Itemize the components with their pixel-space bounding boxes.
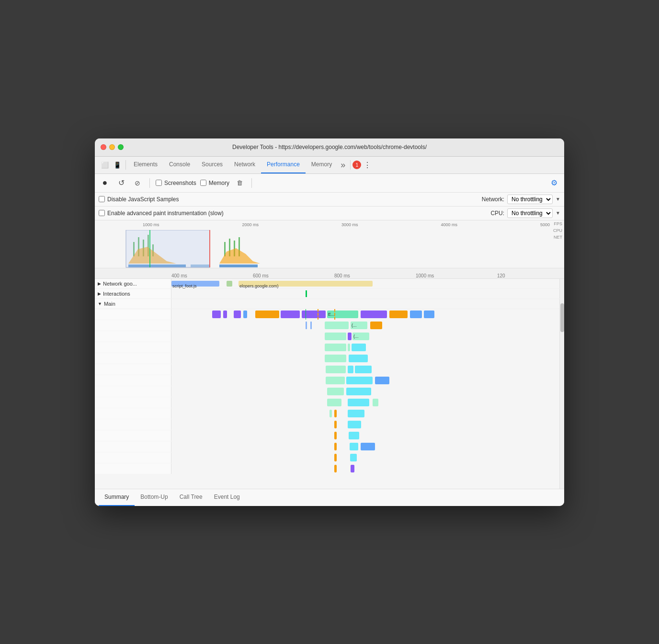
flame-mini-2[interactable]: [310, 322, 312, 329]
delete-button[interactable]: 🗑: [233, 177, 246, 189]
flame-cyan-8[interactable]: [348, 410, 364, 417]
interactions-row-label[interactable]: ▶ Interactions: [95, 289, 171, 299]
enable-paint-checkbox[interactable]: [99, 210, 105, 216]
mark-800: 800 ms: [334, 273, 350, 278]
tab-network[interactable]: Network: [228, 156, 261, 173]
flame-cyan-3[interactable]: [348, 366, 353, 373]
flame-purple-3[interactable]: [348, 333, 352, 340]
mark-400: 400 ms: [171, 273, 187, 278]
flame-green-2[interactable]: [325, 322, 349, 329]
flame-cyan-10[interactable]: [349, 432, 359, 439]
scrollbar-thumb[interactable]: [560, 303, 564, 332]
flame-cyan-6[interactable]: [346, 388, 371, 395]
network-throttle-select[interactable]: No throttling: [507, 195, 553, 204]
flame-green-4[interactable]: [325, 344, 346, 351]
flame-row-9: [95, 397, 559, 408]
flame-purple-last[interactable]: [351, 465, 354, 472]
tab-event-log[interactable]: Event Log: [208, 489, 246, 506]
flame-yellow-3[interactable]: [370, 322, 382, 329]
tab-console[interactable]: Console: [163, 156, 196, 173]
flame-mini-1[interactable]: [306, 322, 307, 329]
flame-yellow-7[interactable]: [334, 443, 337, 450]
flame-row-5: [95, 353, 559, 364]
flame-block-purple-2[interactable]: [223, 310, 227, 318]
flame-yellow-8[interactable]: [334, 454, 337, 461]
tab-summary[interactable]: Summary: [99, 489, 135, 506]
tab-sources[interactable]: Sources: [196, 156, 228, 173]
flame-green-3[interactable]: [325, 333, 346, 340]
enable-paint-toggle[interactable]: Enable advanced paint instrumentation (s…: [99, 210, 224, 217]
flame-cyan-11[interactable]: [350, 443, 358, 450]
screenshots-checkbox[interactable]: [156, 180, 162, 186]
more-options-icon[interactable]: ⋮: [361, 159, 374, 171]
time-label-2000: 2000 ms: [242, 222, 259, 227]
cpu-throttle-select[interactable]: No throttling: [507, 208, 553, 218]
flame-green-7[interactable]: [326, 366, 346, 373]
settings-icon[interactable]: ⚙: [548, 177, 560, 189]
more-tabs-button[interactable]: »: [338, 160, 348, 170]
flame-green-8[interactable]: [326, 377, 345, 384]
memory-checkbox[interactable]: [200, 180, 206, 186]
flame-block-blue-2[interactable]: [410, 310, 422, 318]
disable-js-samples-toggle[interactable]: Disable JavaScript Samples: [99, 196, 179, 203]
network-throttle: Network: No throttling ▼: [482, 195, 560, 204]
flame-green-12[interactable]: [330, 410, 332, 417]
flame-block-purple-1[interactable]: [212, 310, 221, 318]
flame-green-9[interactable]: [327, 388, 344, 395]
flame-green-5[interactable]: [348, 344, 350, 351]
tab-bottom-up[interactable]: Bottom-Up: [135, 489, 173, 506]
scrollbar-track[interactable]: [559, 279, 564, 288]
flame-block-yellow-1[interactable]: [255, 310, 279, 318]
main-section-label[interactable]: ▼ Main: [95, 299, 171, 309]
flame-spacer: [95, 474, 559, 489]
window-title: Developer Tools - https://developers.goo…: [232, 144, 427, 150]
flame-green-10[interactable]: [327, 399, 341, 406]
flame-cyan-5[interactable]: [346, 377, 373, 384]
reload-button[interactable]: ↺: [115, 177, 127, 189]
flame-block-purple-6[interactable]: [361, 310, 387, 318]
flame-block-blue-1[interactable]: [243, 310, 247, 318]
disable-js-samples-checkbox[interactable]: [99, 196, 105, 202]
flame-cyan-2[interactable]: [349, 355, 368, 362]
flame-block-yellow-2[interactable]: [389, 310, 408, 318]
flame-cyan-12[interactable]: [350, 454, 357, 461]
flame-yellow-6[interactable]: [334, 432, 337, 439]
flame-cyan-7[interactable]: [348, 399, 369, 406]
flame-yellow-4[interactable]: [334, 410, 337, 417]
screenshots-toggle[interactable]: Screenshots: [156, 180, 196, 186]
flame-block-blue-3[interactable]: [424, 310, 434, 318]
vertical-scrollbar[interactable]: [559, 299, 564, 489]
flame-green-call-2[interactable]: (...: [352, 333, 369, 340]
flame-blue-5[interactable]: [361, 443, 375, 450]
minimize-button[interactable]: [109, 144, 115, 150]
flame-yellow-5[interactable]: [334, 421, 337, 428]
tab-call-tree[interactable]: Call Tree: [174, 489, 208, 506]
flame-green-call-1[interactable]: (...: [351, 322, 367, 329]
flame-blue-4[interactable]: [375, 377, 389, 384]
flame-cyan-9[interactable]: [348, 421, 361, 428]
network-row-label[interactable]: ▶ Network goo...: [95, 279, 171, 288]
flame-yellow-9[interactable]: [334, 465, 337, 472]
maximize-button[interactable]: [118, 144, 124, 150]
flame-row-11-content: [171, 419, 559, 430]
tab-memory[interactable]: Memory: [306, 156, 338, 173]
flame-green-11[interactable]: [373, 399, 378, 406]
network-expand-icon: ▶: [98, 281, 101, 286]
tab-elements[interactable]: Elements: [128, 156, 163, 173]
flame-row-8: [95, 386, 559, 397]
record-button[interactable]: ●: [99, 177, 111, 189]
flame-block-purple-4[interactable]: [281, 310, 300, 318]
flame-block-purple-3[interactable]: [234, 310, 241, 318]
dashed-orange-1: [318, 309, 318, 320]
flame-green-6[interactable]: [325, 355, 346, 362]
flame-cyan-1[interactable]: [352, 344, 366, 351]
inspect-icon[interactable]: ⬜: [99, 159, 111, 171]
tab-performance[interactable]: Performance: [261, 156, 306, 173]
device-icon[interactable]: 📱: [111, 159, 124, 171]
flame-cyan-4[interactable]: [355, 366, 372, 373]
stop-button[interactable]: ⊘: [131, 177, 144, 189]
memory-toggle[interactable]: Memory: [200, 180, 229, 186]
flame-block-green-E[interactable]: E...: [327, 310, 358, 318]
interactions-row: ▶ Interactions: [95, 289, 564, 299]
close-button[interactable]: [101, 144, 106, 150]
